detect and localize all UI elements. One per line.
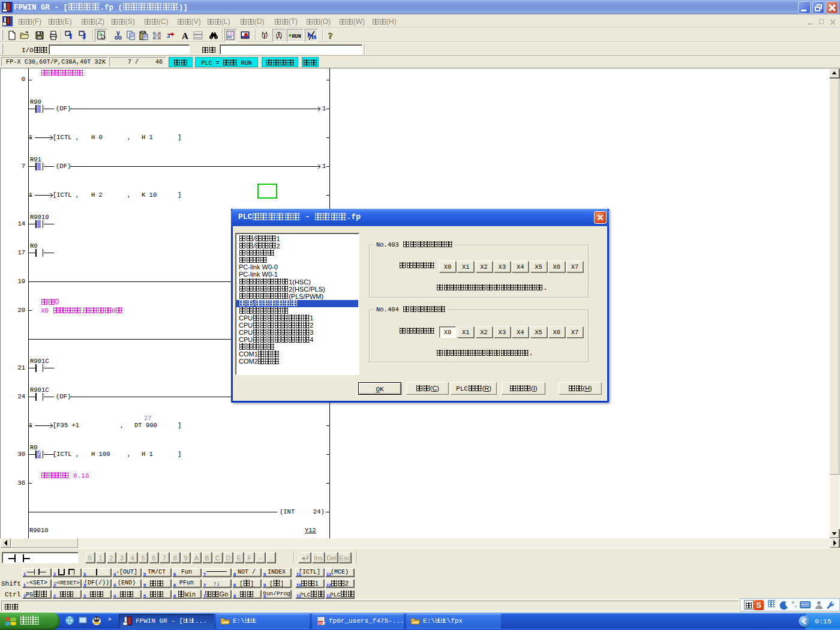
svg-text:H-H: H-H <box>153 36 161 40</box>
svg-text:?: ? <box>328 31 333 40</box>
svg-text:RUN: RUN <box>292 34 301 40</box>
svg-text:PDF: PDF <box>319 622 326 625</box>
svg-text:A: A <box>182 31 188 40</box>
